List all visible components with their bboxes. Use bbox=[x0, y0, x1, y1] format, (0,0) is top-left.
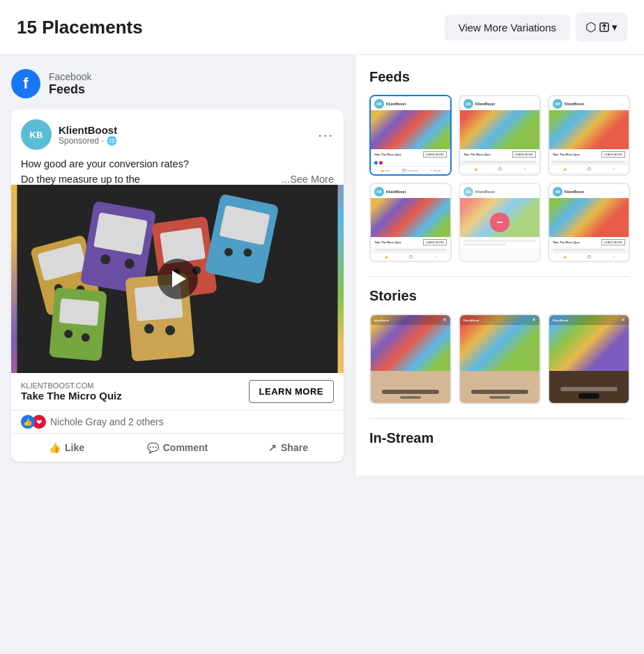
mini-cta-btn-4: LEARN MORE bbox=[423, 239, 447, 245]
story-cta-2 bbox=[471, 390, 528, 394]
mini-line-6a bbox=[553, 249, 625, 251]
ad-body-line1: How good are your conversion rates? bbox=[21, 157, 334, 171]
mini-cta-btn-1: LEARN MORE bbox=[423, 151, 447, 158]
ad-cta-section: KLIENTBOOST.COM Take The Micro Quiz LEAR… bbox=[11, 373, 344, 411]
mini-comment-6: 💬 bbox=[588, 255, 591, 259]
ad-header: KB KlientBoost Sponsored · 🌐 ··· bbox=[21, 119, 334, 150]
mini-comment-3: 💬 bbox=[588, 167, 591, 171]
story-close-2: ✕ bbox=[532, 317, 536, 323]
mini-cta-text-3: Take The Micro Quiz bbox=[553, 153, 580, 156]
advertiser-info: KlientBoost Sponsored · 🌐 bbox=[59, 124, 117, 146]
mini-brand-3: KlientBoost bbox=[565, 102, 584, 106]
mini-share-4: ↗ bbox=[434, 255, 436, 259]
story-cta-3 bbox=[560, 387, 618, 391]
story-card-1[interactable]: klientboost ✕ bbox=[369, 314, 452, 404]
mini-dots-1: ··· bbox=[440, 101, 447, 107]
story-top-3: KlientBoost ✕ bbox=[549, 315, 629, 371]
page-header: 15 Placements View More Variations ⬡ ▾ bbox=[0, 0, 644, 55]
story-header-bar-2: KlientBoost ✕ bbox=[460, 315, 539, 325]
mini-cta-btn-6: LEARN MORE bbox=[601, 239, 625, 245]
story-preview-1: klientboost ✕ bbox=[371, 315, 450, 403]
sponsored-label: Sponsored bbox=[59, 136, 99, 146]
story-cta-1 bbox=[382, 390, 439, 394]
variation-card-3[interactable]: KB KlientBoost ··· Take The Micro Quiz L… bbox=[548, 95, 630, 176]
action-buttons: 👍 Like 💬 Comment ↗ Share bbox=[11, 434, 344, 462]
advertiser-meta: Sponsored · 🌐 bbox=[59, 136, 117, 146]
export-box-icon bbox=[599, 22, 609, 32]
mini-line-2 bbox=[463, 161, 536, 163]
story-bottom-3 bbox=[549, 371, 629, 403]
more-options-button[interactable]: ··· bbox=[318, 127, 334, 143]
story-header-bar-1: klientboost ✕ bbox=[371, 315, 450, 325]
ad-video-container[interactable] bbox=[11, 185, 344, 373]
comment-button[interactable]: 💬 Comment bbox=[122, 436, 233, 459]
dropdown-chevron-icon: ▾ bbox=[612, 21, 618, 33]
variation-card-1[interactable]: KB KlientBoost ··· Take The Micro Quiz L… bbox=[369, 95, 452, 176]
like-label: Like bbox=[65, 442, 84, 453]
placement-header-text: Facebook Feeds bbox=[49, 71, 91, 97]
cta-domain: KLIENTBOOST.COM bbox=[21, 381, 122, 390]
mini-heart-dot-1 bbox=[379, 161, 383, 165]
story-top-2: KlientBoost ✕ bbox=[460, 315, 539, 371]
placement-header: f Facebook Feeds bbox=[11, 69, 344, 98]
dot-separator: · bbox=[102, 136, 104, 146]
reaction-icons: 👍 ❤ bbox=[21, 415, 46, 429]
ad-body-line2-row: Do they measure up to the ...See More bbox=[21, 174, 334, 185]
mini-like-3: 👍 bbox=[563, 167, 567, 171]
mini-dots-6: ··· bbox=[618, 189, 625, 195]
variation-card-6[interactable]: KB KlientBoost ··· Take The Micro Quiz L… bbox=[548, 183, 630, 262]
story-btn-2 bbox=[489, 396, 511, 399]
export-dropdown-button[interactable]: ⬡ ▾ bbox=[576, 13, 627, 42]
comment-icon: 💬 bbox=[147, 442, 159, 453]
like-button[interactable]: 👍 Like bbox=[11, 436, 122, 459]
variation-card-2[interactable]: KB KlientBoost ··· Take The Micro Quiz L… bbox=[459, 95, 541, 176]
mini-share-6: ↗ bbox=[613, 255, 615, 259]
story-card-3[interactable]: KlientBoost ✕ bbox=[548, 314, 630, 404]
mini-image-1 bbox=[371, 110, 450, 149]
main-content: f Facebook Feeds KB KlientBoost Sponsore… bbox=[0, 55, 644, 476]
share-button[interactable]: ↗ Share bbox=[233, 436, 344, 459]
story-btn-1 bbox=[400, 396, 422, 399]
stories-instream-divider bbox=[369, 418, 630, 419]
mini-cta-btn-2: LEARN MORE bbox=[512, 151, 536, 158]
cta-text: KLIENTBOOST.COM Take The Micro Quiz bbox=[21, 381, 122, 402]
mini-image-4 bbox=[371, 198, 450, 237]
mini-line-3 bbox=[553, 161, 625, 163]
story-brand-1: klientboost bbox=[374, 319, 389, 322]
share-label: Share bbox=[281, 442, 308, 453]
stories-grid: klientboost ✕ KlientBoost bbox=[369, 314, 630, 404]
stories-section-title: Stories bbox=[369, 288, 630, 304]
placement-type: Feeds bbox=[49, 82, 91, 97]
mini-comment-4: 💬 bbox=[409, 255, 413, 259]
story-btn-3 bbox=[578, 393, 600, 399]
mini-share-3: ↗ bbox=[613, 167, 615, 171]
see-more-link[interactable]: ...See More bbox=[282, 174, 334, 185]
mini-comment-1: 💬 Comment bbox=[402, 169, 418, 172]
learn-more-button[interactable]: LEARN MORE bbox=[249, 380, 334, 403]
mini-cta-text-6: Take The Micro Quiz bbox=[553, 241, 580, 244]
mini-image-6 bbox=[549, 198, 629, 237]
mini-like-4: 👍 bbox=[385, 255, 388, 259]
feeds-section-title: Feeds bbox=[369, 69, 630, 85]
mini-logo-1: KB bbox=[374, 99, 384, 109]
page-title: 15 Placements bbox=[17, 17, 143, 38]
reactions-row: 👍 ❤ Nichole Gray and 2 others bbox=[11, 411, 344, 434]
variation-card-5[interactable]: KB KlientBoost − bbox=[459, 183, 541, 262]
variation-card-4[interactable]: KB KlientBoost ··· Take The Micro Quiz L… bbox=[369, 183, 452, 262]
play-icon bbox=[172, 271, 186, 287]
mini-cta-text-2: Take The Micro Quiz bbox=[463, 153, 491, 156]
view-variations-button[interactable]: View More Variations bbox=[445, 15, 570, 40]
story-card-2[interactable]: KlientBoost ✕ bbox=[459, 314, 541, 404]
mini-dots-2: ··· bbox=[529, 101, 536, 107]
advertiser-logo: KB bbox=[21, 119, 52, 150]
right-panel: Feeds KB KlientBoost ··· Take The Micro … bbox=[355, 55, 644, 476]
mini-image-3 bbox=[549, 110, 629, 149]
story-preview-3: KlientBoost ✕ bbox=[549, 315, 629, 403]
mini-cta-text-1: Take The Micro Quiz bbox=[374, 153, 401, 156]
mini-like-dot-1 bbox=[374, 161, 378, 165]
story-brand-2: KlientBoost bbox=[463, 319, 479, 322]
story-close-1: ✕ bbox=[443, 317, 447, 323]
advertiser-name: KlientBoost bbox=[59, 124, 117, 136]
mini-logo-5: KB bbox=[463, 187, 473, 197]
play-button[interactable] bbox=[158, 259, 198, 299]
